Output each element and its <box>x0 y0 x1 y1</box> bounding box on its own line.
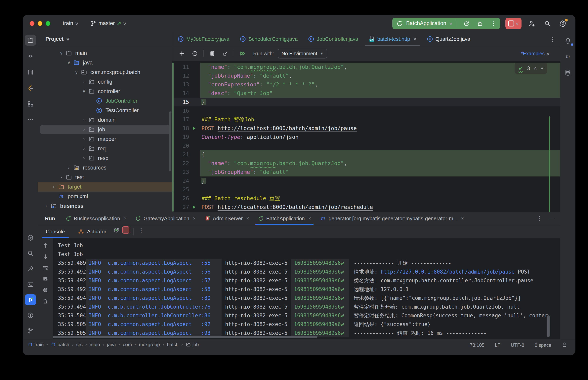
environment-select[interactable]: No Environment ▼ <box>278 49 327 58</box>
editor-tab-quartzjob-java[interactable]: CQuartzJob.java <box>422 32 475 46</box>
breadcrumb-com[interactable]: com <box>123 342 132 347</box>
close-icon[interactable]: × <box>246 216 249 221</box>
run-tab-batchapplication[interactable]: BatchApplication× <box>254 212 315 225</box>
print-button[interactable] <box>41 286 50 294</box>
chevron-right-icon[interactable]: › <box>65 165 73 170</box>
run-config-name[interactable]: BatchApplication <box>406 20 446 26</box>
inspections-widget[interactable]: ✔ 3 ∧ ∨ <box>514 63 547 74</box>
breadcrumb-src[interactable]: src <box>76 342 83 347</box>
chevron-down-icon[interactable]: ∨ <box>73 70 80 75</box>
tree-item-config[interactable]: ›config <box>38 77 172 87</box>
tool-notifications-button[interactable] <box>563 36 573 46</box>
scroll-up-button[interactable] <box>41 242 50 249</box>
breadcrumb-java[interactable]: java <box>107 342 116 347</box>
run-request-icon[interactable] <box>189 205 199 210</box>
code-editor[interactable]: 11 "name": "com.mcxgroup.batch.job.Quart… <box>172 61 560 212</box>
file-encoding[interactable]: UTF-8 <box>511 342 524 348</box>
tree-item-testcontroller[interactable]: CTestController <box>38 106 172 115</box>
clear-console-button[interactable] <box>41 297 50 305</box>
project-panel-header[interactable]: Project ∨ <box>38 32 172 46</box>
breadcrumb-mcxgroup[interactable]: mcxgroup <box>139 342 160 347</box>
activity-modules-button[interactable] <box>25 98 36 109</box>
console-more-button[interactable]: ⋮ <box>136 225 146 235</box>
run-tab-generator[interactable]: mgenerator [org.mybatis.generator:mybati… <box>315 212 468 225</box>
tree-item-resp[interactable]: ›resp <box>38 153 172 163</box>
chevron-right-icon[interactable]: › <box>80 117 88 123</box>
activity-terminal-button[interactable] <box>25 279 36 290</box>
editor-tab-jobcontroller-java[interactable]: CJobController.java <box>303 32 363 46</box>
breadcrumb-batch[interactable]: batch <box>51 342 69 347</box>
branch-switcher[interactable]: master ↗ ∨ <box>90 20 126 26</box>
minimize-window-button[interactable] <box>38 21 42 26</box>
editor-tabs-more-button[interactable]: ⋮ <box>549 36 556 43</box>
close-icon[interactable]: × <box>413 36 416 42</box>
close-icon[interactable]: × <box>461 216 464 221</box>
tree-item-mapper[interactable]: ›mapper <box>38 134 172 144</box>
chevron-down-icon[interactable]: ∨ <box>540 66 544 70</box>
tree-item-main[interactable]: ∨main <box>38 48 172 58</box>
lock-button[interactable] <box>562 342 567 349</box>
tree-item-java[interactable]: ∨java <box>38 58 172 67</box>
log-url-link[interactable]: http://127.0.0.1:8082/batch/admin/job/pa… <box>381 269 514 275</box>
close-icon[interactable]: × <box>308 216 311 221</box>
project-switcher[interactable]: train ∨ <box>63 20 78 26</box>
project-tree-scrollbar[interactable] <box>169 112 171 171</box>
chevron-right-icon[interactable]: › <box>80 79 88 84</box>
breadcrumb-job[interactable]: job <box>186 342 199 347</box>
tree-item-com-mcxgroup-batch[interactable]: ∨com.mcxgroup.batch <box>38 67 172 77</box>
close-icon[interactable]: × <box>193 216 196 221</box>
activity-commit-button[interactable] <box>25 51 36 62</box>
editor-tab-schedulerconfig-java[interactable]: CSchedulerConfig.java <box>235 32 303 46</box>
scroll-to-end-button[interactable] <box>41 275 50 283</box>
editor-tab-myjobfactory-java[interactable]: CMyJobFactory.java <box>172 32 235 46</box>
chevron-down-icon[interactable]: ∨ <box>449 21 453 26</box>
add-request-button[interactable] <box>177 49 186 58</box>
stop-application-button[interactable] <box>121 225 131 235</box>
editor-tab-batch-test-http[interactable]: APIbatch-test.http× <box>363 32 422 46</box>
close-window-button[interactable] <box>30 21 35 26</box>
scroll-down-button[interactable] <box>41 253 50 261</box>
activity-project-button[interactable] <box>25 35 36 46</box>
chevron-right-icon[interactable]: › <box>43 203 50 209</box>
breadcrumb-train[interactable]: train <box>28 342 44 347</box>
tab-actuator[interactable]: Actuator <box>73 225 112 238</box>
code-with-me-button[interactable] <box>527 18 537 29</box>
soft-wrap-button[interactable] <box>41 264 50 272</box>
search-everywhere-button[interactable] <box>542 18 552 29</box>
chevron-right-icon[interactable]: › <box>80 146 88 151</box>
request-history-button[interactable] <box>190 49 199 58</box>
tree-item-test[interactable]: ›test <box>38 172 172 182</box>
chevron-right-icon[interactable]: › <box>80 136 88 142</box>
more-run-options-button[interactable]: ⋮ <box>488 18 499 29</box>
activity-version-control-button[interactable] <box>25 325 36 336</box>
hide-tool-window-button[interactable]: — <box>549 215 554 222</box>
tree-item-pom-xml[interactable]: mpom.xml <box>38 191 172 201</box>
activity-more-button[interactable] <box>25 114 36 125</box>
activity-leetcode-button[interactable] <box>25 82 36 94</box>
rerun-button[interactable] <box>461 18 471 29</box>
breadcrumb-main[interactable]: main <box>90 342 100 347</box>
activity-search-button[interactable] <box>25 248 36 259</box>
tree-item-resources[interactable]: ›resources <box>38 163 172 172</box>
stop-widget[interactable]: ∨ <box>505 18 522 29</box>
activity-services-button[interactable] <box>25 232 36 243</box>
console-vertical-scrollbar[interactable] <box>547 315 549 337</box>
activity-run-button[interactable] <box>25 294 36 305</box>
run-tab-gatewayapplication[interactable]: GatewayApplication× <box>131 212 200 225</box>
chevron-right-icon[interactable]: › <box>80 127 88 132</box>
tree-item-controller[interactable]: ∨controller <box>38 87 172 96</box>
settings-button[interactable] <box>558 18 568 29</box>
tree-item-req[interactable]: ›req <box>38 144 172 153</box>
zoom-window-button[interactable] <box>46 21 50 26</box>
chevron-down-icon[interactable]: ∨ <box>80 89 88 94</box>
tab-console[interactable]: Console <box>40 225 70 238</box>
rerun-application-button[interactable] <box>112 225 121 235</box>
breadcrumb-batch[interactable]: batch <box>167 342 178 347</box>
run-tab-businessapplication[interactable]: BusinessApplication× <box>61 212 131 225</box>
console-horizontal-scrollbar[interactable] <box>53 336 317 338</box>
tool-maven-button[interactable]: m <box>563 51 573 62</box>
indent-setting[interactable]: 0 space <box>535 342 551 348</box>
examples-link[interactable]: *Examples ∨ <box>521 51 549 57</box>
chevron-down-icon[interactable]: ∨ <box>65 60 73 65</box>
tree-item-job[interactable]: ›job <box>38 125 172 134</box>
